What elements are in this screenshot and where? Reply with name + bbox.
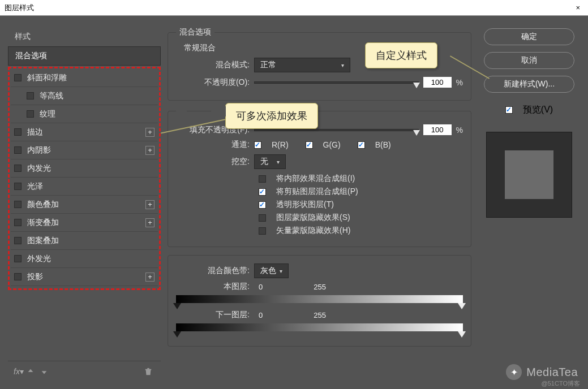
- effect-label: 内发光: [27, 163, 154, 174]
- wechat-icon: ✦: [506, 364, 522, 380]
- effect-checkbox[interactable]: [14, 165, 22, 172]
- effect-label: 内阴影: [27, 145, 145, 155]
- new-style-button[interactable]: 新建样式(W)...: [484, 76, 574, 93]
- effect-label: 纹理: [40, 109, 154, 119]
- watermark: ✦ MediaTea: [506, 364, 578, 380]
- effect-row[interactable]: 图案叠加: [11, 232, 158, 250]
- effect-row[interactable]: 渐变叠加+: [11, 214, 158, 232]
- option-checkbox[interactable]: [259, 201, 266, 209]
- effect-checkbox[interactable]: [14, 146, 22, 154]
- effect-checkbox[interactable]: [14, 273, 22, 280]
- effect-label: 渐变叠加: [27, 218, 145, 228]
- ok-button[interactable]: 确定: [484, 28, 574, 45]
- blend-mode-select[interactable]: 正常▾: [254, 58, 350, 72]
- knockout-label: 挖空:: [176, 157, 250, 167]
- effect-checkbox[interactable]: [14, 219, 22, 226]
- this-layer-label: 本图层:: [176, 282, 250, 292]
- blend-mode-label: 混合模式:: [176, 60, 250, 70]
- option-row: 透明形状图层(T): [259, 200, 463, 210]
- opacity-slider[interactable]: [254, 77, 419, 88]
- arrow-up-icon[interactable]: [27, 368, 35, 375]
- channel-b-checkbox[interactable]: [358, 141, 365, 149]
- callout-multi-add: 可多次添加效果: [225, 103, 318, 129]
- effect-row[interactable]: 光泽: [11, 178, 158, 196]
- effect-row[interactable]: 外发光: [11, 250, 158, 268]
- effect-checkbox[interactable]: [14, 128, 22, 136]
- cancel-button[interactable]: 取消: [484, 52, 574, 69]
- effect-checkbox[interactable]: [14, 74, 22, 81]
- option-row: 将内部效果混合成组(I): [259, 174, 463, 184]
- blending-options-header[interactable]: 混合选项: [8, 46, 161, 66]
- effects-list: 斜面和浮雕等高线纹理描边+内阴影+内发光光泽颜色叠加+渐变叠加+图案叠加外发光投…: [8, 67, 161, 290]
- channels-label: 通道:: [176, 140, 250, 150]
- window-title: 图层样式: [5, 3, 34, 13]
- option-checkbox[interactable]: [259, 175, 266, 183]
- effect-label: 描边: [27, 127, 145, 137]
- effect-row[interactable]: 颜色叠加+: [11, 196, 158, 214]
- option-label: 将内部效果混合成组(I): [276, 174, 355, 184]
- underlying-layer-label: 下一图层:: [176, 310, 250, 320]
- option-checkbox[interactable]: [259, 227, 266, 235]
- effect-checkbox[interactable]: [27, 92, 34, 100]
- effect-label: 投影: [27, 272, 145, 282]
- effect-row[interactable]: 纹理: [11, 105, 158, 123]
- callout-custom-style: 自定义样式: [365, 42, 437, 68]
- effect-row[interactable]: 描边+: [11, 123, 158, 141]
- preview-canvas: [486, 132, 572, 218]
- opacity-label: 不透明度(O):: [176, 77, 250, 88]
- effect-checkbox[interactable]: [14, 183, 22, 190]
- this-layer-gradient[interactable]: [176, 295, 463, 303]
- effect-row[interactable]: 内阴影+: [11, 141, 158, 159]
- fx-label[interactable]: fx: [14, 367, 20, 376]
- option-label: 图层蒙版隐藏效果(S): [276, 213, 350, 223]
- credit-text: @51CTO博客: [542, 379, 580, 388]
- advanced-blending-title: 高: [211, 106, 226, 116]
- preview-checkbox[interactable]: [505, 106, 513, 114]
- add-effect-icon[interactable]: +: [145, 146, 154, 155]
- option-checkbox[interactable]: [259, 214, 266, 222]
- close-icon[interactable]: ×: [572, 3, 583, 12]
- styles-header[interactable]: 样式: [8, 27, 161, 46]
- channel-r-checkbox[interactable]: [254, 141, 261, 149]
- opacity-value[interactable]: 100: [423, 77, 452, 88]
- blend-if-select[interactable]: 灰色▾: [254, 263, 289, 278]
- title-bar: 图层样式 ×: [0, 0, 588, 16]
- option-checkbox[interactable]: [259, 188, 266, 196]
- effect-checkbox[interactable]: [14, 237, 22, 244]
- options-panel: 混合选项 常规混合 混合模式: 正常▾ 不透明度(O): 100 % 高 x 填…: [161, 27, 478, 381]
- add-effect-icon[interactable]: +: [145, 128, 154, 137]
- option-label: 矢量蒙版隐藏效果(H): [276, 226, 350, 236]
- preview-label: 预览(V): [523, 104, 553, 116]
- add-effect-icon[interactable]: +: [145, 273, 154, 282]
- effect-label: 等高线: [40, 91, 154, 101]
- blend-if-group: 混合颜色带: 灰色▾ 本图层: 0255 下一图层: 0255: [168, 255, 471, 347]
- actions-panel: 确定 取消 新建样式(W)... 预览(V): [478, 27, 580, 381]
- effect-checkbox[interactable]: [14, 201, 22, 208]
- trash-icon[interactable]: [144, 368, 152, 375]
- option-label: 透明形状图层(T): [276, 200, 334, 210]
- fill-opacity-value[interactable]: 100: [423, 124, 452, 135]
- effect-row[interactable]: 斜面和浮雕: [11, 69, 158, 87]
- effect-checkbox[interactable]: [14, 255, 22, 262]
- effect-row[interactable]: 内发光: [11, 159, 158, 178]
- option-row: 图层蒙版隐藏效果(S): [259, 213, 463, 223]
- effect-checkbox[interactable]: [27, 110, 34, 118]
- arrow-down-icon[interactable]: [40, 368, 48, 375]
- effect-label: 斜面和浮雕: [27, 73, 154, 83]
- effect-label: 外发光: [27, 254, 154, 264]
- option-row: 将剪贴图层混合成组(P): [259, 187, 463, 197]
- underlying-layer-gradient[interactable]: [176, 323, 463, 331]
- chevron-down-icon: ▾: [280, 268, 282, 274]
- styles-panel: 样式 混合选项 斜面和浮雕等高线纹理描边+内阴影+内发光光泽颜色叠加+渐变叠加+…: [8, 27, 161, 381]
- blending-options-legend: 混合选项: [176, 27, 214, 37]
- add-effect-icon[interactable]: +: [145, 200, 154, 209]
- channel-g-checkbox[interactable]: [306, 141, 313, 149]
- option-row: 矢量蒙版隐藏效果(H): [259, 226, 463, 236]
- knockout-select[interactable]: 无▾: [254, 154, 286, 169]
- add-effect-icon[interactable]: +: [145, 218, 154, 227]
- effect-label: 图案叠加: [27, 236, 154, 246]
- effect-row[interactable]: 投影+: [11, 268, 158, 286]
- effect-label: 颜色叠加: [27, 200, 145, 210]
- effect-row[interactable]: 等高线: [11, 87, 158, 105]
- advanced-options-list: 将内部效果混合成组(I)将剪贴图层混合成组(P)透明形状图层(T)图层蒙版隐藏效…: [176, 174, 463, 236]
